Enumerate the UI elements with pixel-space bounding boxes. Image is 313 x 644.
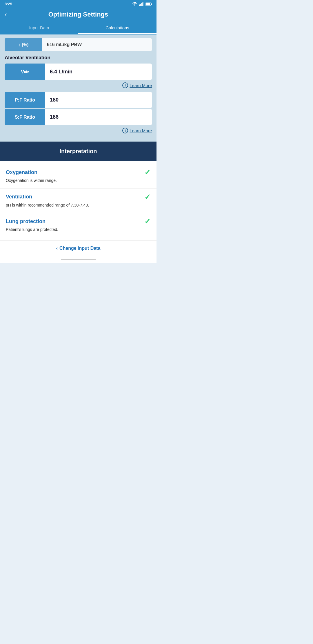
lung-check-icon: ✓ <box>144 218 151 225</box>
interp-ventilation-desc: pH is within recommended range of 7.30-7… <box>6 202 151 208</box>
interpretation-body: Oxygenation ✓ Oxygenation is within rang… <box>0 161 156 240</box>
learn-more-row-1: i Learn More <box>5 82 152 88</box>
pf-ratio-row: P:F Ratio 180 <box>5 92 152 108</box>
valv-sub: alv <box>24 70 29 74</box>
svg-point-0 <box>134 5 135 6</box>
status-bar: 8:25 <box>0 0 156 8</box>
interp-oxygenation-desc: Oxygenation is within range. <box>6 178 151 184</box>
info-icon-1: i <box>122 82 128 88</box>
learn-more-link-1[interactable]: i Learn More <box>122 82 152 88</box>
interp-oxygenation-header: Oxygenation ✓ <box>6 169 151 176</box>
pf-ratio-label: P:F Ratio <box>5 92 45 108</box>
svg-rect-7 <box>146 3 150 5</box>
interp-lung-header: Lung protection ✓ <box>6 218 151 225</box>
chevron-left-icon: ‹ <box>56 246 58 251</box>
partial-value: 616 mL/kg PBW <box>42 38 152 51</box>
learn-more-link-2[interactable]: i Learn More <box>122 128 152 133</box>
learn-more-row-2: i Learn More <box>5 128 152 133</box>
alveolar-ventilation-label: Alveolar Ventilation <box>5 55 152 61</box>
bottom-nav-bar <box>0 256 156 263</box>
interp-item-lung-protection: Lung protection ✓ Patient's lungs are pr… <box>0 213 156 237</box>
valv-row: Valv 6.4 L/min <box>5 64 152 80</box>
tab-input-data[interactable]: Input Data <box>0 22 78 34</box>
app-header: ‹ Optimizing Settings <box>0 8 156 22</box>
home-indicator <box>61 259 96 260</box>
back-button[interactable]: ‹ <box>5 11 7 18</box>
interp-oxygenation-name: Oxygenation <box>6 169 37 176</box>
status-icons <box>132 2 152 6</box>
svg-rect-4 <box>142 2 143 6</box>
valv-value: 6.4 L/min <box>45 64 152 80</box>
signal-icon <box>139 2 144 6</box>
sf-ratio-value: 186 <box>45 109 152 125</box>
svg-rect-8 <box>151 3 152 5</box>
learn-more-text-1: Learn More <box>130 83 152 88</box>
battery-icon <box>145 2 152 6</box>
svg-rect-5 <box>143 2 143 6</box>
wifi-icon <box>132 2 137 6</box>
oxygenation-check-icon: ✓ <box>144 169 151 176</box>
interp-item-ventilation: Ventilation ✓ pH is within recommended r… <box>0 189 156 213</box>
change-input-button[interactable]: ‹ Change Input Data <box>56 246 101 251</box>
partial-label: ↑ (%) <box>5 38 42 51</box>
partial-row: ↑ (%) 616 mL/kg PBW <box>5 38 152 51</box>
sf-ratio-label: S:F Ratio <box>5 109 45 125</box>
tab-bar: Input Data Calculations <box>0 22 156 35</box>
footer: ‹ Change Input Data <box>0 240 156 256</box>
interp-ventilation-name: Ventilation <box>6 194 32 200</box>
ventilation-check-icon: ✓ <box>144 193 151 201</box>
interp-item-oxygenation: Oxygenation ✓ Oxygenation is within rang… <box>0 164 156 189</box>
status-time: 8:25 <box>5 2 12 6</box>
info-icon-2: i <box>122 128 128 133</box>
page-title: Optimizing Settings <box>0 11 156 18</box>
tab-calculations[interactable]: Calculations <box>78 22 156 34</box>
interp-ventilation-header: Ventilation ✓ <box>6 193 151 201</box>
interpretation-title: Interpretation <box>60 148 97 154</box>
change-input-label: Change Input Data <box>59 246 100 251</box>
interp-lung-name: Lung protection <box>6 218 46 225</box>
svg-rect-2 <box>140 4 141 6</box>
svg-rect-3 <box>141 3 141 6</box>
interp-lung-desc: Patient's lungs are protected. <box>6 227 151 233</box>
valv-label: Valv <box>5 64 45 80</box>
interpretation-header: Interpretation <box>0 142 156 161</box>
svg-rect-1 <box>139 4 140 6</box>
pf-ratio-value: 180 <box>45 92 152 108</box>
learn-more-text-2: Learn More <box>130 128 152 133</box>
sf-ratio-row: S:F Ratio 186 <box>5 109 152 125</box>
calculations-section: ↑ (%) 616 mL/kg PBW Alveolar Ventilation… <box>0 35 156 142</box>
